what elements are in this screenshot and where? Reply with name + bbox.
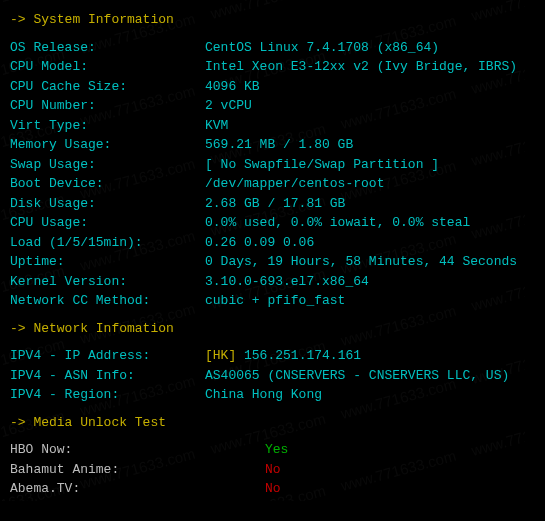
cpu-number-label: CPU Number: [10, 96, 205, 116]
disk-usage-value: 2.68 GB / 17.81 GB [205, 196, 345, 211]
princess-label: Princess Connect Re:Dive Japan: [10, 499, 265, 502]
bahamut-value: No [265, 462, 281, 477]
cpu-model-value: Intel Xeon E3-12xx v2 (Ivy Bridge, IBRS)… [205, 59, 525, 74]
bahamut-row: Bahamut Anime:No [10, 460, 515, 480]
kernel-row: Kernel Version:3.10.0-693.el7.x86_64 [10, 272, 515, 292]
load-row: Load (1/5/15min):0.26 0.09 0.06 [10, 233, 515, 253]
os-release-label: OS Release: [10, 38, 205, 58]
ipv4-region-value: China Hong Kong [205, 387, 322, 402]
virt-type-row: Virt Type:KVM [10, 116, 515, 136]
ipv4-region-tag: [HK] [205, 348, 236, 363]
uptime-row: Uptime:0 Days, 19 Hours, 58 Minutes, 44 … [10, 252, 515, 272]
hbo-label: HBO Now: [10, 440, 265, 460]
swap-label: Swap Usage: [10, 155, 205, 175]
swap-row: Swap Usage:[ No Swapfile/Swap Partition … [10, 155, 515, 175]
virt-type-value: KVM [205, 118, 228, 133]
netcc-row: Network CC Method:cubic + pfifo_fast [10, 291, 515, 311]
section-header-network: -> Network Infomation [10, 319, 515, 339]
cpu-usage-value: 0.0% used, 0.0% iowait, 0.0% steal [205, 215, 470, 230]
section-header-system: -> System Information [10, 10, 515, 30]
memory-label: Memory Usage: [10, 135, 205, 155]
abema-label: Abema.TV: [10, 479, 265, 499]
hbo-row: HBO Now:Yes [10, 440, 515, 460]
kernel-label: Kernel Version: [10, 272, 205, 292]
uptime-value: 0 Days, 19 Hours, 58 Minutes, 44 Seconds [205, 254, 517, 269]
cpu-cache-label: CPU Cache Size: [10, 77, 205, 97]
kernel-value: 3.10.0-693.el7.x86_64 [205, 274, 369, 289]
cpu-model-label: CPU Model: [10, 57, 205, 77]
ipv4-address-value: 156.251.174.161 [236, 348, 361, 363]
boot-device-label: Boot Device: [10, 174, 205, 194]
swap-value: [ No Swapfile/Swap Partition ] [205, 157, 439, 172]
memory-value: 569.21 MB / 1.80 GB [205, 137, 353, 152]
section-header-media: -> Media Unlock Test [10, 413, 515, 433]
netcc-value: cubic + pfifo_fast [205, 293, 345, 308]
ipv4-address-label: IPV4 - IP Address: [10, 346, 205, 366]
boot-device-value: /dev/mapper/centos-root [205, 176, 384, 191]
cpu-model-row: CPU Model:Intel Xeon E3-12xx v2 (Ivy Bri… [10, 57, 515, 77]
abema-row: Abema.TV:No [10, 479, 515, 499]
cpu-usage-row: CPU Usage:0.0% used, 0.0% iowait, 0.0% s… [10, 213, 515, 233]
ipv4-asn-row: IPV4 - ASN Info:AS40065 (CNSERVERS - CNS… [10, 366, 515, 386]
ipv4-asn-value: AS40065 (CNSERVERS - CNSERVERS LLC, US) [205, 368, 509, 383]
os-release-value: CentOS Linux 7.4.1708 (x86_64) [205, 40, 439, 55]
bahamut-label: Bahamut Anime: [10, 460, 265, 480]
princess-value: No [265, 501, 281, 502]
ipv4-region-label: IPV4 - Region: [10, 385, 205, 405]
load-value: 0.26 0.09 0.06 [205, 235, 314, 250]
os-release-row: OS Release:CentOS Linux 7.4.1708 (x86_64… [10, 38, 515, 58]
abema-value: No [265, 481, 281, 496]
cpu-cache-value: 4096 KB [205, 79, 260, 94]
princess-row: Princess Connect Re:Dive Japan:No [10, 499, 515, 502]
ipv4-address-row: IPV4 - IP Address:[HK] 156.251.174.161 [10, 346, 515, 366]
terminal-output: -> System Information OS Release:CentOS … [10, 10, 515, 501]
cpu-number-value: 2 vCPU [205, 98, 252, 113]
ipv4-asn-label: IPV4 - ASN Info: [10, 366, 205, 386]
cpu-cache-row: CPU Cache Size:4096 KB [10, 77, 515, 97]
disk-usage-label: Disk Usage: [10, 194, 205, 214]
ipv4-region-row: IPV4 - Region:China Hong Kong [10, 385, 515, 405]
disk-usage-row: Disk Usage:2.68 GB / 17.81 GB [10, 194, 515, 214]
cpu-number-row: CPU Number:2 vCPU [10, 96, 515, 116]
memory-row: Memory Usage:569.21 MB / 1.80 GB [10, 135, 515, 155]
virt-type-label: Virt Type: [10, 116, 205, 136]
uptime-label: Uptime: [10, 252, 205, 272]
boot-device-row: Boot Device:/dev/mapper/centos-root [10, 174, 515, 194]
netcc-label: Network CC Method: [10, 291, 205, 311]
load-label: Load (1/5/15min): [10, 233, 205, 253]
hbo-value: Yes [265, 442, 288, 457]
cpu-usage-label: CPU Usage: [10, 213, 205, 233]
